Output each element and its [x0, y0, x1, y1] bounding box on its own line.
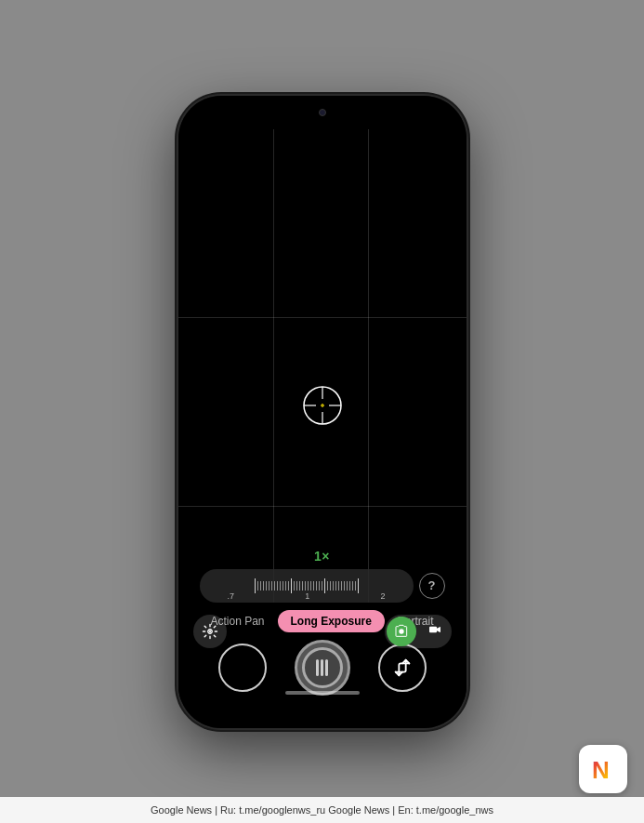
zoom-tick: [352, 581, 353, 591]
flip-camera-button[interactable]: [378, 644, 427, 692]
zoom-tick: [338, 581, 339, 591]
zoom-tick: [274, 581, 275, 591]
phone-bottom: [178, 700, 467, 728]
zoom-tick: [355, 581, 356, 591]
zoom-tick: [316, 581, 317, 591]
shutter-lines: [316, 659, 328, 676]
zoom-tick: [333, 581, 334, 591]
zoom-tick: [302, 581, 303, 591]
shutter-line: [325, 659, 328, 676]
shutter-button[interactable]: [295, 640, 350, 696]
gallery-button[interactable]: [218, 644, 267, 692]
shutter-line: [321, 659, 323, 676]
zoom-tick: [327, 581, 328, 591]
zoom-tick: [271, 581, 272, 591]
zoom-tick: [347, 581, 348, 591]
zoom-tick: [310, 581, 311, 591]
front-camera: [319, 109, 326, 116]
svg-point-8: [208, 630, 210, 631]
shutter-line: [316, 659, 319, 676]
settings-button[interactable]: [193, 615, 227, 648]
camera-screen: 1× .712 ? Action Pan Long Exposure Portr…: [178, 129, 467, 700]
zoom-labels: .712: [200, 591, 414, 601]
zoom-tick: [335, 581, 336, 591]
zoom-tick: [260, 581, 261, 591]
svg-text:N: N: [592, 756, 610, 784]
zoom-number: .7: [228, 591, 235, 601]
svg-point-9: [399, 629, 403, 633]
phone-shell: 1× .712 ? Action Pan Long Exposure Portr…: [178, 96, 467, 728]
zoom-tick: [349, 581, 350, 591]
shutter-row: [218, 640, 427, 696]
zoom-tick: [330, 581, 331, 591]
zoom-tick: [266, 581, 267, 591]
zoom-tick: [308, 581, 309, 591]
shutter-inner: [302, 647, 343, 688]
zoom-tick: [277, 581, 278, 591]
zoom-tick: [280, 581, 281, 591]
phone-top-bar: [178, 96, 467, 129]
google-news-badge[interactable]: N: [579, 745, 627, 793]
zoom-area: 1× .712 ?: [178, 549, 467, 603]
zoom-tick: [263, 581, 264, 591]
zoom-tick: [269, 581, 269, 591]
zoom-label: 1×: [314, 549, 330, 564]
footer-bar: Google News | Ru: t.me/googlenws_ru Goog…: [0, 797, 644, 823]
footer-text: Google News | Ru: t.me/googlenws_ru Goog…: [151, 804, 493, 816]
zoom-number: 1: [305, 591, 309, 601]
video-mode-button[interactable]: [418, 615, 452, 644]
home-indicator: [285, 691, 360, 695]
zoom-number: 2: [380, 591, 385, 601]
zoom-tick: [344, 581, 345, 591]
zoom-slider[interactable]: .712: [200, 569, 414, 603]
zoom-tick: [257, 581, 258, 591]
zoom-tick: [313, 581, 314, 591]
zoom-tick: [283, 581, 283, 591]
zoom-tick: [305, 581, 306, 591]
zoom-tick: [319, 581, 320, 591]
zoom-tick: [296, 581, 297, 591]
photo-mode-button[interactable]: [387, 617, 416, 646]
zoom-tick: [341, 581, 342, 591]
zoom-tick: [294, 581, 295, 591]
zoom-tick: [299, 581, 300, 591]
zoom-tick: [285, 581, 286, 591]
zoom-tick: [322, 581, 322, 591]
svg-rect-10: [429, 626, 437, 632]
focus-reticle: [299, 382, 346, 429]
bottom-bar: [178, 615, 467, 648]
camera-mode-toggle[interactable]: [385, 615, 452, 648]
zoom-tick: [288, 581, 289, 591]
help-button[interactable]: ?: [419, 573, 445, 599]
